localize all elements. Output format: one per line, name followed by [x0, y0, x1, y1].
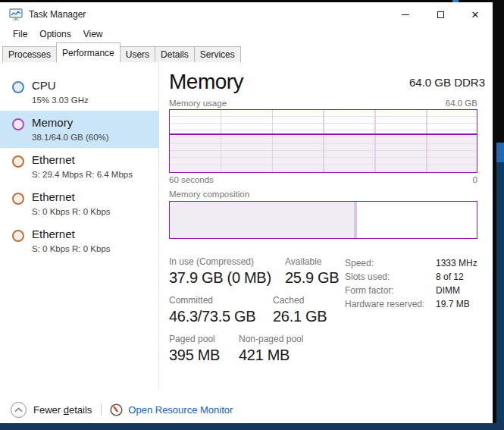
usage-graph-label: Memory usage: [169, 99, 227, 108]
memory-capacity: 64.0 GB DDR3: [409, 76, 485, 89]
ethernet-graph-icon: [12, 193, 24, 205]
minimize-icon: [402, 14, 409, 15]
performance-sidebar: CPU 15% 3.03 GHz Memory 38.1/64.0 GB (60…: [0, 62, 159, 390]
stat-value-cached: 26.1 GB: [273, 308, 327, 325]
sidebar-cpu-title: CPU: [32, 79, 89, 93]
detail-value-speed: 1333 MHz: [436, 256, 477, 270]
gauge-icon: [110, 403, 123, 416]
menu-options[interactable]: Options: [33, 27, 77, 42]
desktop-right-strip: [493, 0, 504, 430]
ethernet-graph-icon: [12, 155, 24, 168]
tab-performance[interactable]: Performance: [56, 42, 121, 62]
minimize-button[interactable]: [388, 2, 423, 27]
taskbar-edge: [0, 423, 504, 430]
cpu-graph-icon: [12, 81, 24, 93]
time-axis-zero: 0: [473, 175, 477, 184]
stat-label-paged-pool: Paged pool: [169, 334, 239, 344]
close-button[interactable]: ✕: [458, 2, 493, 27]
detail-value-form-factor: DIMM: [436, 284, 460, 297]
performance-content: CPU 15% 3.03 GHz Memory 38.1/64.0 GB (60…: [0, 62, 493, 396]
desktop-right-blue-highlight: [496, 143, 504, 162]
task-manager-icon: [9, 8, 23, 20]
ethernet-graph-icon: [12, 230, 24, 242]
stat-label-committed: Committed: [169, 295, 273, 306]
tab-users[interactable]: Users: [120, 46, 155, 62]
sidebar-ethernet3-subtitle: S: 0 Kbps R: 0 Kbps: [32, 243, 111, 254]
close-icon: ✕: [471, 10, 480, 20]
menubar: File Options View: [0, 27, 493, 42]
memory-usage-graph: [169, 109, 477, 173]
detail-label-slots-used: Slots used:: [345, 270, 436, 284]
tab-details[interactable]: Details: [155, 46, 195, 62]
composition-label: Memory composition: [169, 190, 485, 199]
sidebar-item-memory[interactable]: Memory 38.1/64.0 GB (60%): [0, 111, 158, 148]
page-title: Memory: [169, 70, 243, 94]
sidebar-item-ethernet-1[interactable]: Ethernet S: 29.4 Mbps R: 6.4 Mbps: [0, 148, 158, 185]
stat-value-non-paged-pool: 421 MB: [239, 347, 303, 364]
titlebar[interactable]: Task Manager ✕: [0, 2, 493, 27]
chevron-up-circle-icon: [11, 402, 27, 418]
sidebar-ethernet3-title: Ethernet: [32, 228, 111, 241]
detail-label-hardware-reserved: Hardware reserved:: [345, 297, 436, 311]
sidebar-item-cpu[interactable]: CPU 15% 3.03 GHz: [0, 74, 158, 111]
desktop-right-blue-area: [496, 143, 504, 423]
fewer-details-button[interactable]: Fewer details: [33, 404, 92, 416]
menu-view[interactable]: View: [77, 27, 109, 42]
menu-file[interactable]: File: [7, 27, 33, 42]
maximize-button[interactable]: [423, 2, 458, 27]
tab-bar: Processes Performance Users Details Serv…: [0, 42, 493, 62]
detail-label-form-factor: Form factor:: [345, 284, 436, 297]
sidebar-memory-subtitle: 38.1/64.0 GB (60%): [32, 132, 109, 143]
task-manager-window: Task Manager ✕ File Options View Process…: [0, 2, 493, 423]
statusbar-divider: [101, 403, 102, 416]
composition-free-segment: [357, 202, 477, 238]
usage-level-line: [170, 133, 477, 135]
open-resource-monitor-link[interactable]: Open Resource Monitor: [128, 404, 233, 416]
stat-value-paged-pool: 395 MB: [169, 347, 239, 364]
graph-vertical-gridlines: [170, 110, 477, 172]
memory-stats: In use (Compressed) 37.9 GB (0 MB) Avail…: [169, 256, 485, 372]
detail-value-slots-used: 8 of 12: [436, 270, 464, 284]
maximize-icon: [437, 11, 444, 18]
window-title: Task Manager: [29, 9, 388, 20]
sidebar-item-ethernet-2[interactable]: Ethernet S: 0 Kbps R: 0 Kbps: [0, 185, 158, 222]
sidebar-ethernet1-title: Ethernet: [32, 153, 133, 167]
memory-panel: Memory 64.0 GB DDR3 Memory usage 64.0 GB…: [159, 62, 493, 396]
tab-processes[interactable]: Processes: [2, 46, 57, 62]
stat-label-available: Available: [285, 256, 339, 267]
sidebar-cpu-subtitle: 15% 3.03 GHz: [32, 95, 89, 105]
sidebar-ethernet2-title: Ethernet: [32, 190, 111, 204]
stat-value-committed: 46.3/73.5 GB: [169, 308, 273, 325]
sidebar-item-ethernet-3[interactable]: Ethernet S: 0 Kbps R: 0 Kbps: [0, 222, 158, 259]
detail-label-speed: Speed:: [345, 256, 436, 270]
sidebar-ethernet1-subtitle: S: 29.4 Mbps R: 6.4 Mbps: [32, 169, 133, 180]
stat-value-available: 25.9 GB: [285, 269, 339, 287]
time-axis-label: 60 seconds: [169, 175, 214, 184]
memory-composition-bar: [169, 201, 477, 239]
stat-label-non-paged-pool: Non-paged pool: [239, 334, 303, 344]
status-bar: Fewer details Open Resource Monitor: [0, 396, 493, 423]
stat-label-cached: Cached: [273, 295, 327, 306]
hardware-details: Speed: 1333 MHz Slots used: 8 of 12 Form…: [345, 256, 477, 372]
tab-services[interactable]: Services: [194, 46, 241, 62]
stat-label-in-use: In use (Compressed): [169, 256, 285, 267]
composition-in-use-segment: [170, 202, 354, 238]
usage-graph-max: 64.0 GB: [446, 99, 477, 108]
sidebar-ethernet2-subtitle: S: 0 Kbps R: 0 Kbps: [32, 206, 111, 217]
memory-graph-icon: [12, 118, 24, 130]
sidebar-memory-title: Memory: [32, 116, 109, 130]
detail-value-hardware-reserved: 19.7 MB: [436, 297, 470, 311]
stat-value-in-use: 37.9 GB (0 MB): [169, 269, 285, 287]
